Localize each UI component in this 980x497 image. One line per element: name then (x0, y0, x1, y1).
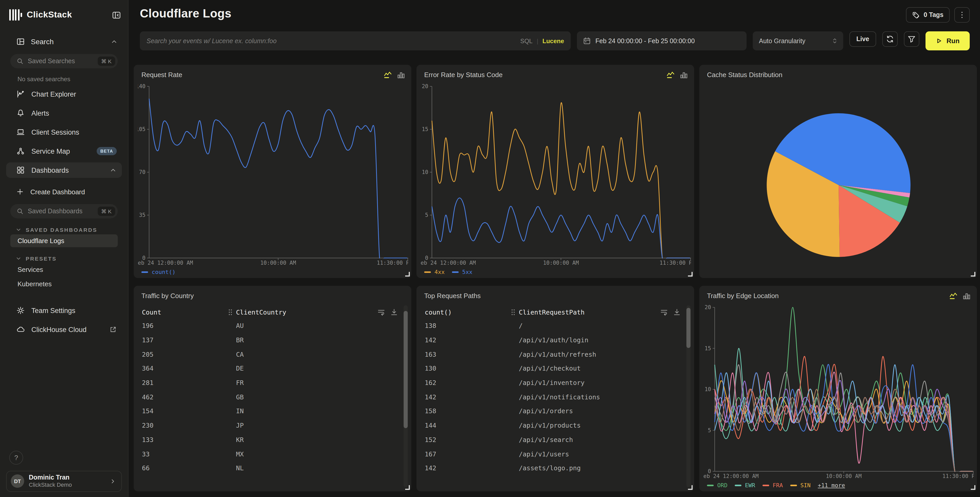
table-cell-value: MX (228, 450, 398, 458)
svg-text:5: 5 (708, 427, 711, 433)
sidebar-item-client-sessions[interactable]: Client Sessions (6, 124, 122, 140)
table-cell-count: 154 (142, 407, 228, 415)
download-icon[interactable] (390, 308, 398, 316)
line-chart-toggle-icon[interactable] (949, 291, 958, 300)
no-saved-searches-text: No saved searches (18, 76, 118, 83)
sidebar-item-clickhouse-cloud[interactable]: ClickHouse Cloud (6, 322, 122, 337)
sidebar-item-services[interactable]: Services (10, 263, 118, 276)
table-cell-count: 130 (425, 365, 511, 372)
sidebar-item-chart-explorer[interactable]: Chart Explorer (6, 86, 122, 102)
beta-badge: BETA (97, 147, 117, 155)
sidebar-item-kubernetes[interactable]: Kubernetes (10, 278, 118, 291)
table-header-count[interactable]: Count (142, 308, 228, 316)
legend-item[interactable]: SIN (790, 482, 811, 489)
svg-text:11:30:00 P: 11:30:00 P (660, 260, 691, 266)
event-search-input[interactable]: Search your events w/ Lucene ex. column:… (140, 31, 571, 50)
table-row: 142/assets/logo.png (425, 461, 681, 475)
download-icon[interactable] (673, 308, 681, 316)
legend-item[interactable]: count() (142, 269, 176, 275)
legend-item[interactable]: FRA (762, 482, 783, 489)
sidebar-item-cloudflare-logs[interactable]: Cloudflare Logs (10, 234, 118, 247)
search-pane-icon (16, 38, 25, 46)
date-range-value: Feb 24 00:00:00 - Feb 25 00:00:00 (595, 37, 695, 44)
table-row: 281FR (142, 376, 398, 390)
granularity-select[interactable]: Auto Granularity (753, 31, 843, 50)
date-range-picker[interactable]: Feb 24 00:00:00 - Feb 25 00:00:00 (577, 31, 746, 50)
resize-handle[interactable] (688, 272, 692, 276)
sql-mode-toggle[interactable]: SQL (520, 37, 533, 44)
svg-text:eb 24 12:00:00 AM: eb 24 12:00:00 AM (703, 473, 759, 479)
sidebar-collapse-button[interactable] (112, 11, 121, 19)
search-icon (16, 57, 24, 65)
legend-more-link[interactable]: +11 more (818, 482, 845, 489)
refresh-button[interactable] (882, 31, 898, 47)
error-rate-chart: 05101520eb 24 12:00:00 AM10:00:00 AM11:3… (421, 82, 691, 266)
legend-item[interactable]: ORD (707, 482, 727, 489)
legend-item[interactable]: 4xx (424, 269, 445, 275)
resize-handle[interactable] (971, 272, 975, 276)
svg-text:10:00:00 AM: 10:00:00 AM (260, 260, 296, 266)
panel-top-request-paths: Top Request Paths count()ClientRequestPa… (417, 286, 694, 491)
drag-handle-icon[interactable] (228, 309, 232, 315)
saved-dashboards-section[interactable]: SAVED DASHBOARDS (16, 227, 118, 233)
filter-icon (907, 35, 916, 43)
run-button[interactable]: Run (926, 31, 970, 50)
legend-item[interactable]: EWR (735, 482, 755, 489)
user-menu[interactable]: DT Dominic Tran ClickStack Demo (6, 470, 122, 492)
avatar: DT (11, 475, 24, 488)
legend-item[interactable]: 5xx (452, 269, 473, 275)
collapse-sidebar-icon (112, 11, 121, 19)
scrollbar-thumb[interactable] (686, 308, 690, 348)
table-header-dimension[interactable]: ClientRequestPath (519, 308, 585, 316)
saved-dashboards-input[interactable]: Saved Dashboards ⌘ K (10, 204, 118, 218)
table-cell-count: 33 (142, 450, 228, 458)
resize-handle[interactable] (405, 485, 410, 490)
external-link-icon (110, 326, 117, 333)
chart-explorer-icon (16, 90, 25, 98)
bar-chart-toggle-icon[interactable] (397, 71, 405, 79)
resize-handle[interactable] (971, 485, 975, 490)
table-header-dimension[interactable]: ClientCountry (236, 308, 286, 316)
chevron-right-icon (110, 478, 116, 485)
laptop-icon (16, 128, 25, 136)
sidebar-item-alerts[interactable]: Alerts (6, 105, 122, 121)
top-request-paths-table: count()ClientRequestPath138/142/api/v1/a… (425, 305, 681, 488)
svg-text:eb 24 12:00:00 AM: eb 24 12:00:00 AM (421, 260, 476, 266)
sidebar-item-search[interactable]: Search (6, 34, 122, 49)
sidebar-item-service-map[interactable]: Service Map BETA (6, 143, 122, 159)
help-button[interactable]: ? (9, 451, 23, 464)
resize-handle[interactable] (405, 272, 410, 276)
saved-searches-input[interactable]: Saved Searches ⌘ K (10, 54, 118, 68)
table-cell-count: 462 (142, 393, 228, 401)
bar-chart-toggle-icon[interactable] (680, 71, 688, 79)
lucene-mode-toggle[interactable]: Lucene (542, 37, 564, 44)
event-search-placeholder: Search your events w/ Lucene ex. column:… (146, 37, 515, 44)
panel-menu-button[interactable] (954, 7, 970, 22)
cloud-icon (16, 326, 25, 333)
drag-handle-icon[interactable] (511, 309, 515, 315)
table-cell-count: 196 (142, 322, 228, 330)
tags-button[interactable]: 0 Tags (906, 7, 950, 22)
sidebar-item-team-settings[interactable]: Team Settings (6, 303, 122, 318)
bar-chart-toggle-icon[interactable] (963, 292, 971, 300)
presets-section[interactable]: PRESETS (16, 256, 118, 262)
line-chart-toggle-icon[interactable] (383, 70, 392, 79)
scrollbar-thumb[interactable] (404, 311, 408, 428)
live-button[interactable]: Live (850, 31, 876, 47)
wrap-text-icon[interactable] (377, 308, 385, 316)
resize-handle[interactable] (688, 485, 692, 490)
svg-text:11:30:00 P: 11:30:00 P (377, 260, 408, 266)
line-chart-toggle-icon[interactable] (667, 70, 675, 79)
table-cell-count: 167 (425, 450, 511, 458)
wrap-text-icon[interactable] (660, 308, 668, 316)
table-row: 163/api/v1/auth/refresh (425, 347, 681, 361)
table-header-count[interactable]: count() (425, 308, 511, 316)
sidebar-item-dashboards[interactable]: Dashboards (6, 162, 122, 178)
create-dashboard-button[interactable]: Create Dashboard (6, 184, 122, 199)
table-row: 205CA (142, 347, 398, 361)
svg-text:20: 20 (422, 83, 428, 89)
plus-icon (16, 188, 24, 195)
table-header-row: count()ClientRequestPath (425, 305, 681, 319)
filter-button[interactable] (904, 31, 920, 47)
table-cell-value: JP (228, 421, 398, 429)
